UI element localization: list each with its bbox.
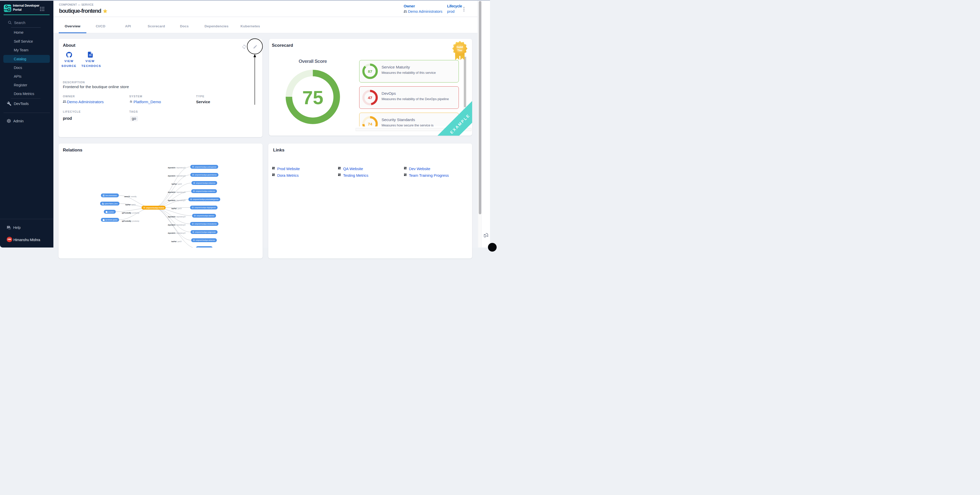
svg-text:dependsOn / dependencyOf: dependsOn / dependencyOf (168, 199, 186, 202)
svg-text:apiProvidedBy / providesApi: apiProvidedBy / providesApi (122, 212, 139, 214)
svg-text:hasPart / partOf: hasPart / partOf (172, 240, 182, 243)
svg-text:component:boutique-paymentserv: component:boutique-paymentservice (195, 173, 216, 176)
svg-text:dependsOn / dependencyOf: dependsOn / dependencyOf (168, 224, 186, 226)
svg-text:dependsOn / dependencyOf: dependsOn / dependencyOf (168, 175, 186, 177)
svg-text:dependsOn / dependencyOf: dependsOn / dependencyOf (168, 232, 186, 234)
svg-text:api:starwars-graphql: api:starwars-graphql (105, 219, 117, 221)
svg-text:hasPart / partOf: hasPart / partOf (126, 204, 136, 206)
svg-text:component:boutique-frontend: component:boutique-frontend (146, 207, 164, 209)
svg-text:component:boutique-productcata: component:boutique-productcatalogservice (193, 198, 219, 201)
svg-text:?: ? (8, 226, 9, 228)
svg-text:hasPart / partOf: hasPart / partOf (172, 183, 182, 185)
svg-text:api:petstore: api:petstore (108, 211, 114, 213)
svg-text:dependsOn / dependencyOf: dependsOn / dependencyOf (168, 191, 186, 193)
svg-text:dependsOn / dependencyOf: dependsOn / dependencyOf (168, 167, 186, 169)
svg-text:component:boutique-emailservic: component:boutique-emailservice (196, 190, 215, 192)
svg-text:component:boutique-redisservic: component:boutique-redisservice (196, 182, 216, 184)
svg-text:hasPart / partOf: hasPart / partOf (172, 207, 182, 210)
svg-text:component:boutique-loadgenerat: component:boutique-loadgenerator (195, 231, 216, 233)
svg-text:system:Platform_Demo: system:Platform_Demo (105, 202, 118, 205)
svg-text:ownerOf / ownedBy: ownerOf / ownedBy (124, 196, 137, 198)
svg-text:component:boutique-frontend: component:boutique-frontend (200, 247, 211, 247)
svg-text:apiProvidedBy / providesApi: apiProvidedBy / providesApi (122, 220, 139, 222)
svg-text:75: 75 (302, 87, 323, 108)
svg-text:Demo Administrators: Demo Administrators (105, 194, 117, 197)
svg-text:dependsOn / dependencyOf: dependsOn / dependencyOf (168, 216, 186, 218)
svg-text:component:boutique-shippingser: component:boutique-shippingservice (194, 206, 216, 209)
svg-text:87: 87 (368, 69, 372, 73)
svg-text:Gold: Gold (457, 45, 463, 49)
svg-text:47: 47 (368, 95, 372, 100)
svg-text:component:boutique-checkoutser: component:boutique-checkoutservice (194, 223, 216, 225)
svg-text:component:boutique-adservice: component:boutique-adservice (196, 215, 214, 217)
svg-text:component:boutique-cartservice: component:boutique-cartservice (196, 239, 215, 241)
svg-text:Tier: Tier (457, 49, 463, 52)
svg-text:component:boutique-currencyser: component:boutique-currencyservice (195, 166, 216, 168)
svg-text:74: 74 (368, 122, 372, 126)
